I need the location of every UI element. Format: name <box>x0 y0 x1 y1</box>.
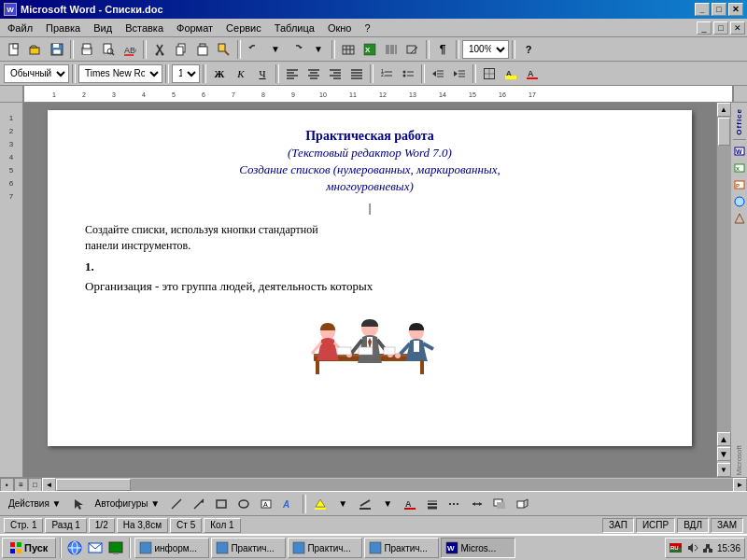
undo-arrow-button[interactable]: ▼ <box>265 39 286 60</box>
autoshapes-button[interactable]: Автофигуры ▼ <box>91 494 165 514</box>
line-color-button[interactable] <box>355 494 375 514</box>
taskbar-practic2[interactable]: Практич... <box>288 538 362 558</box>
menu-window[interactable]: Окно <box>322 21 358 35</box>
actions-button[interactable]: Действия ▼ <box>4 494 66 514</box>
scroll-thumb[interactable] <box>718 118 730 146</box>
paste-button[interactable] <box>192 39 213 60</box>
doc-minimize-button[interactable]: _ <box>697 21 712 35</box>
normal-view-btn[interactable]: ▪ <box>0 478 14 492</box>
quick-launch-ie[interactable] <box>65 539 84 557</box>
help-button[interactable]: ? <box>518 39 539 60</box>
office-btn-1[interactable]: W <box>732 144 747 159</box>
align-right-button[interactable] <box>325 63 345 84</box>
scroll-track[interactable] <box>717 117 731 432</box>
arrow-style-button[interactable] <box>467 494 487 514</box>
print-button[interactable] <box>77 39 97 60</box>
outline-view-btn[interactable]: ≡ <box>14 478 28 492</box>
menu-table[interactable]: Таблица <box>269 21 320 35</box>
redo-button[interactable] <box>287 39 307 60</box>
align-center-button[interactable] <box>303 63 324 84</box>
decrease-indent-button[interactable] <box>428 63 448 84</box>
font-color-button[interactable]: A <box>522 63 543 84</box>
line-tool[interactable] <box>166 494 187 514</box>
office-btn-4[interactable] <box>732 194 747 209</box>
3d-button[interactable] <box>512 494 532 514</box>
shadow-button[interactable] <box>489 494 510 514</box>
minimize-button[interactable]: _ <box>695 3 710 16</box>
scroll-down-button[interactable]: ▼ <box>717 463 731 477</box>
bold-button[interactable]: Ж <box>209 63 230 84</box>
print-preview-button[interactable] <box>98 39 119 60</box>
oval-tool[interactable] <box>233 494 254 514</box>
menu-edit[interactable]: Правка <box>40 21 86 35</box>
undo-button[interactable] <box>244 39 264 60</box>
cut-button[interactable] <box>149 39 170 60</box>
page-layout-btn[interactable]: □ <box>28 478 42 492</box>
italic-button[interactable]: К <box>231 63 251 84</box>
arrow-tool[interactable] <box>189 494 209 514</box>
maximize-button[interactable]: □ <box>712 3 726 16</box>
font-select[interactable]: Times New Roman <box>78 64 162 83</box>
next-page-button[interactable]: ▼ <box>717 447 731 461</box>
taskbar-inform[interactable]: информ... <box>134 538 209 558</box>
menu-tools[interactable]: Сервис <box>220 21 267 35</box>
menu-help[interactable]: ? <box>359 21 375 35</box>
justify-button[interactable] <box>346 63 367 84</box>
insert-excel-button[interactable]: X <box>359 39 380 60</box>
scroll-up-button[interactable]: ▲ <box>717 103 731 117</box>
increase-indent-button[interactable] <box>449 63 470 84</box>
textbox-tool[interactable]: A <box>256 494 276 514</box>
wordart-button[interactable]: A <box>278 494 299 514</box>
office-btn-5[interactable] <box>732 211 747 226</box>
select-pointer[interactable] <box>68 494 89 514</box>
fill-color-button[interactable] <box>310 494 331 514</box>
quick-launch-desktop[interactable] <box>106 539 125 557</box>
menu-file[interactable]: Файл <box>2 21 38 35</box>
line-style-button[interactable] <box>422 494 443 514</box>
copy-button[interactable] <box>171 39 191 60</box>
font-color-draw-button[interactable]: A <box>400 494 420 514</box>
line-color-arrow[interactable]: ▼ <box>377 494 398 514</box>
svg-rect-159 <box>10 549 15 553</box>
format-painter-button[interactable] <box>214 39 234 60</box>
drawing-button[interactable] <box>402 39 423 60</box>
taskbar-practic1[interactable]: Практич... <box>211 538 286 558</box>
h-scroll-right[interactable]: ► <box>733 478 747 492</box>
dash-style-button[interactable] <box>444 494 465 514</box>
bullets-button[interactable] <box>398 63 418 84</box>
new-button[interactable] <box>4 39 24 60</box>
doc-close-button[interactable]: ✕ <box>730 21 745 35</box>
zoom-select[interactable]: 100% <box>462 40 509 59</box>
spell-check-button[interactable]: ABC <box>120 39 140 60</box>
highlight-button[interactable]: A <box>500 63 521 84</box>
fill-color-arrow[interactable]: ▼ <box>332 494 353 514</box>
h-scroll-left[interactable]: ◄ <box>42 478 56 492</box>
doc-restore-button[interactable]: □ <box>713 21 728 35</box>
taskbar-microsft[interactable]: W Micros... <box>441 538 515 558</box>
save-button[interactable] <box>47 39 67 60</box>
border-button[interactable] <box>479 63 500 84</box>
prev-page-button[interactable]: ▲ <box>717 432 731 446</box>
rect-tool[interactable] <box>211 494 232 514</box>
align-left-button[interactable] <box>282 63 303 84</box>
office-btn-3[interactable]: P <box>732 177 747 192</box>
taskbar-practic3[interactable]: Практич... <box>364 538 439 558</box>
underline-button[interactable]: Ч <box>252 63 273 84</box>
office-btn-2[interactable]: X <box>732 161 747 175</box>
close-button[interactable]: ✕ <box>728 3 743 16</box>
menu-insert[interactable]: Вставка <box>120 21 169 35</box>
columns-button[interactable] <box>381 39 402 60</box>
menu-format[interactable]: Формат <box>171 21 218 35</box>
redo-arrow-button[interactable]: ▼ <box>308 39 329 60</box>
show-hide-button[interactable]: ¶ <box>432 39 453 60</box>
open-button[interactable] <box>25 39 46 60</box>
numbering-button[interactable]: 1.2. <box>376 63 397 84</box>
menu-view[interactable]: Вид <box>88 21 118 35</box>
quick-launch-outlook[interactable] <box>86 539 105 557</box>
size-select[interactable]: 18 <box>172 64 200 83</box>
h-scroll-track[interactable] <box>56 479 733 491</box>
insert-table-button[interactable] <box>338 39 359 60</box>
start-button[interactable]: Пуск <box>2 538 56 558</box>
style-select[interactable]: Обычный <box>4 64 69 83</box>
fmt-sep-1 <box>72 64 76 83</box>
